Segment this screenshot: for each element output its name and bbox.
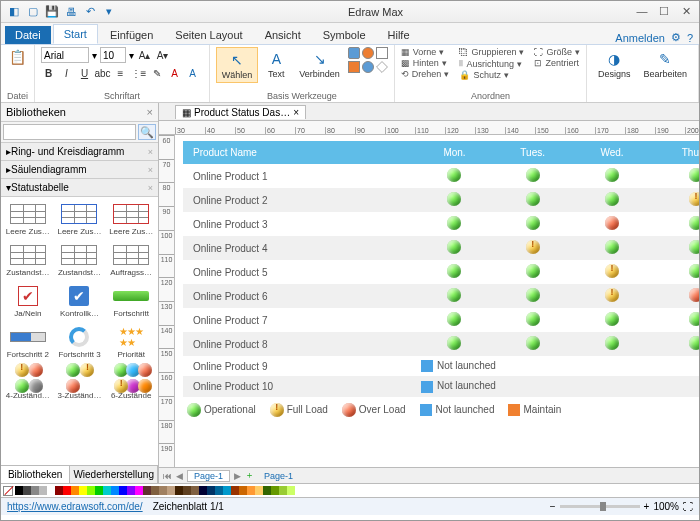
- font-size-select[interactable]: [100, 47, 126, 63]
- color-swatch[interactable]: [55, 486, 63, 495]
- select-tool[interactable]: ↖Wählen: [216, 47, 259, 83]
- sidebar-tab-libraries[interactable]: Bibliotheken: [1, 466, 70, 483]
- new-icon[interactable]: ▢: [26, 5, 40, 19]
- shape-item[interactable]: Fortschritt 2: [3, 322, 53, 361]
- document-tab[interactable]: ▦Product Status Das…×: [175, 105, 306, 119]
- shape-item[interactable]: 4-Zuständ…: [3, 363, 53, 402]
- lib-cat-ring[interactable]: ▸ Ring- und Kreisdiagramm×: [1, 143, 158, 161]
- color-swatch[interactable]: [23, 486, 31, 495]
- tab-start[interactable]: Start: [53, 24, 98, 44]
- save-icon[interactable]: 💾: [45, 5, 59, 19]
- shape-item[interactable]: 6-Zustände: [106, 363, 156, 402]
- shape-item[interactable]: Leere Zus…: [3, 199, 53, 238]
- library-search-input[interactable]: [3, 124, 136, 140]
- zoom-out-icon[interactable]: −: [550, 501, 556, 512]
- color-swatch[interactable]: [15, 486, 23, 495]
- tab-datei[interactable]: Datei: [5, 26, 51, 44]
- search-button[interactable]: 🔍: [138, 124, 156, 140]
- zoom-in-icon[interactable]: +: [644, 501, 650, 512]
- designs-button[interactable]: ◑Designs: [593, 47, 636, 81]
- size-dropdown-icon[interactable]: ▾: [129, 50, 134, 61]
- shape-picker[interactable]: [348, 47, 388, 73]
- color-swatch[interactable]: [63, 486, 71, 495]
- page-first-icon[interactable]: ⏮: [163, 471, 172, 481]
- color-swatch[interactable]: [247, 486, 255, 495]
- font-name-select[interactable]: [41, 47, 89, 63]
- underline-button[interactable]: U: [77, 66, 92, 81]
- shape-item[interactable]: Fortschritt 3: [55, 322, 105, 361]
- shape-item[interactable]: Leere Zus…: [55, 199, 105, 238]
- edit-button[interactable]: ✎Bearbeiten: [638, 47, 692, 81]
- color-swatch[interactable]: [119, 486, 127, 495]
- align-icon[interactable]: ⫴: [459, 58, 463, 69]
- italic-button[interactable]: I: [59, 66, 74, 81]
- color-swatch[interactable]: [159, 486, 167, 495]
- color-swatch[interactable]: [239, 486, 247, 495]
- color-swatch[interactable]: [167, 486, 175, 495]
- highlight-icon[interactable]: ✎: [149, 66, 164, 81]
- shape-item[interactable]: Fortschritt: [106, 281, 156, 320]
- login-link[interactable]: Anmelden: [615, 32, 665, 44]
- shape-item[interactable]: Auftragss…: [106, 240, 156, 279]
- color-swatch[interactable]: [143, 486, 151, 495]
- sidebar-tab-recovery[interactable]: Wiederherstellung: [70, 466, 158, 483]
- undo-icon[interactable]: ↶: [83, 5, 97, 19]
- minimize-button[interactable]: —: [635, 5, 649, 19]
- text-tool[interactable]: AText: [261, 47, 291, 81]
- decrease-font-icon[interactable]: A▾: [155, 48, 170, 63]
- color-swatch[interactable]: [31, 486, 39, 495]
- fit-page-icon[interactable]: ⛶: [683, 501, 693, 512]
- size-icon[interactable]: ⛶: [534, 47, 543, 57]
- font-color-icon[interactable]: A: [167, 66, 182, 81]
- page-tab[interactable]: Page-1: [187, 470, 230, 482]
- color-swatch[interactable]: [287, 486, 295, 495]
- lib-cat-bar[interactable]: ▸ Säulendiagramm×: [1, 161, 158, 179]
- color-swatch[interactable]: [279, 486, 287, 495]
- shape-item[interactable]: Leere Zus…: [106, 199, 156, 238]
- color-swatch[interactable]: [183, 486, 191, 495]
- bring-front-icon[interactable]: ▦: [401, 47, 410, 57]
- connector-tool[interactable]: ↘Verbinden: [294, 47, 345, 81]
- maximize-button[interactable]: ☐: [657, 5, 671, 19]
- color-swatch[interactable]: [79, 486, 87, 495]
- group-icon[interactable]: ⿻: [459, 47, 468, 57]
- shape-item[interactable]: 3-Zuständ…: [55, 363, 105, 402]
- color-swatch[interactable]: [207, 486, 215, 495]
- tab-ansicht[interactable]: Ansicht: [255, 26, 311, 44]
- color-swatch[interactable]: [255, 486, 263, 495]
- color-swatch[interactable]: [103, 486, 111, 495]
- close-button[interactable]: ✕: [679, 5, 693, 19]
- settings-icon[interactable]: ⚙: [671, 31, 681, 44]
- color-swatch[interactable]: [215, 486, 223, 495]
- color-swatch[interactable]: [263, 486, 271, 495]
- color-swatch[interactable]: [39, 486, 47, 495]
- text-effects-icon[interactable]: A: [185, 66, 200, 81]
- page-prev-icon[interactable]: ◀: [176, 471, 183, 481]
- shape-item[interactable]: ★★★★★Priorität: [106, 322, 156, 361]
- color-swatch[interactable]: [231, 486, 239, 495]
- shape-item[interactable]: Zustandst…: [55, 240, 105, 279]
- protect-icon[interactable]: 🔒: [459, 70, 470, 80]
- color-swatch[interactable]: [71, 486, 79, 495]
- tab-seitenlayout[interactable]: Seiten Layout: [165, 26, 252, 44]
- no-fill-icon[interactable]: [3, 486, 13, 496]
- bold-button[interactable]: B: [41, 66, 56, 81]
- color-swatch[interactable]: [95, 486, 103, 495]
- tab-einfuegen[interactable]: Einfügen: [100, 26, 163, 44]
- rotate-icon[interactable]: ⟲: [401, 69, 409, 79]
- page-next-icon[interactable]: ▶: [234, 471, 241, 481]
- doc-close-icon[interactable]: ×: [293, 107, 299, 118]
- shape-item[interactable]: ✔Kontrollk…: [55, 281, 105, 320]
- send-back-icon[interactable]: ▩: [401, 58, 410, 68]
- color-swatch[interactable]: [151, 486, 159, 495]
- color-swatch[interactable]: [47, 486, 55, 495]
- increase-font-icon[interactable]: A▴: [137, 48, 152, 63]
- paste-icon[interactable]: 📋: [7, 47, 27, 67]
- color-swatch[interactable]: [111, 486, 119, 495]
- color-swatch[interactable]: [271, 486, 279, 495]
- sidebar-close-icon[interactable]: ×: [147, 106, 153, 118]
- color-swatch[interactable]: [223, 486, 231, 495]
- bullets-icon[interactable]: ⋮≡: [131, 66, 146, 81]
- color-swatch[interactable]: [199, 486, 207, 495]
- align-left-icon[interactable]: ≡: [113, 66, 128, 81]
